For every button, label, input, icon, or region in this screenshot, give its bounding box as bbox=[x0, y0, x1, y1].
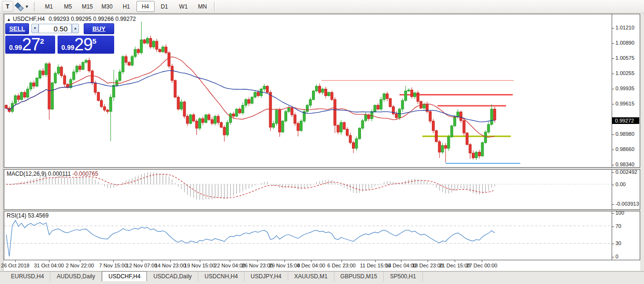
buy-button[interactable]: BUY bbox=[84, 23, 114, 34]
volume-increase-button[interactable]: ▲ bbox=[72, 24, 79, 33]
ask-price-big: 29 bbox=[74, 36, 92, 53]
time-tick-label: 7 Nov 15:00 bbox=[99, 263, 127, 268]
timeframe-button-m30[interactable]: M30 bbox=[98, 1, 116, 12]
price-tick-mark bbox=[612, 43, 614, 44]
time-tick-label: 29 Nov 15:00 bbox=[269, 263, 300, 268]
price-tick-mark bbox=[612, 134, 614, 135]
toolbar-separator bbox=[214, 2, 216, 11]
one-click-trade-widget: SELL ▼ ▲ BUY 0.99 27 2 0.99 29 5 bbox=[5, 22, 115, 55]
volume-decrease-button[interactable]: ▼ bbox=[31, 24, 39, 33]
macd-label: MACD(12,26,9) 0.000111 -0.000765 bbox=[7, 170, 98, 177]
time-tick-label: 2 Nov 22:00 bbox=[66, 263, 94, 268]
price-tick-label: 1.00890 bbox=[615, 40, 634, 46]
time-tick-label: 19 Nov 15:00 bbox=[184, 263, 215, 268]
time-tick-mark bbox=[342, 260, 342, 262]
price-tick-label: 0.99615 bbox=[615, 101, 634, 106]
macd-tick-label: -0.003913 bbox=[615, 201, 639, 207]
macd-axis[interactable]: 0.0024920.00-0.003913 bbox=[612, 170, 640, 209]
time-tick-mark bbox=[230, 260, 230, 262]
time-tick-mark bbox=[142, 260, 142, 262]
chart-tab-usdcnh-h4[interactable]: USDCNH,H4 bbox=[198, 272, 244, 282]
time-axis[interactable]: 26 Oct 201831 Oct 04:002 Nov 22:007 Nov … bbox=[4, 260, 640, 271]
rsi-panel: RSI(14) 53.4569 10070300 bbox=[4, 211, 640, 260]
macd-tick-mark bbox=[612, 204, 614, 205]
price-tick-mark bbox=[612, 150, 614, 150]
price-axis[interactable]: 1.012101.008901.005751.002550.999350.996… bbox=[612, 14, 640, 167]
chevron-down-icon: ▼ bbox=[25, 4, 29, 9]
price-tick-label: 1.00575 bbox=[615, 55, 634, 61]
rsi-tick-label: 30 bbox=[615, 240, 621, 246]
chart-tab-usdjpy-h4[interactable]: USDJPY,H4 bbox=[244, 272, 288, 282]
toolbar: T ▼ M1M5M15M30H1H4D1W1MN bbox=[0, 0, 644, 13]
toolbar-gripper bbox=[34, 2, 37, 11]
macd-value-signal: -0.000765 bbox=[72, 170, 98, 177]
text-label-tool-icon[interactable]: T bbox=[2, 1, 13, 12]
time-tick-mark bbox=[49, 260, 49, 262]
time-tick-label: 27 Dec 00:00 bbox=[466, 263, 497, 268]
macd-value-main: 0.000111 bbox=[48, 170, 71, 177]
rsi-tick-mark bbox=[612, 213, 614, 214]
rsi-canvas[interactable] bbox=[4, 211, 612, 260]
time-tick-label: 31 Oct 04:00 bbox=[34, 263, 64, 268]
sell-button[interactable]: SELL bbox=[5, 23, 29, 34]
chart-tab-xauusd-m1[interactable]: XAUUSD,M1 bbox=[288, 272, 334, 282]
chart-tab-eurusd-h4[interactable]: EURUSD,H4 bbox=[5, 272, 50, 282]
rsi-tick-mark bbox=[612, 244, 614, 244]
current-price-tag: 0.99272 bbox=[612, 117, 639, 124]
timeframe-button-h4[interactable]: H4 bbox=[137, 1, 155, 12]
time-tick-mark bbox=[284, 260, 285, 262]
bid-price-big: 27 bbox=[22, 36, 40, 53]
time-tick-label: 4 Dec 04:00 bbox=[297, 263, 325, 268]
time-tick-label: 12 Nov 07:00 bbox=[126, 263, 157, 268]
time-tick-mark bbox=[200, 260, 200, 262]
price-tick-label: 0.98980 bbox=[615, 131, 634, 137]
macd-signal-line bbox=[6, 174, 495, 198]
time-tick-label: 18 Dec 23:00 bbox=[412, 263, 443, 268]
time-tick-mark bbox=[375, 260, 376, 262]
chart-tab-audusd-daily[interactable]: AUDUSD,Daily bbox=[50, 272, 102, 282]
time-tick-label: 21 Dec 15:00 bbox=[439, 263, 470, 268]
timeframe-button-w1[interactable]: W1 bbox=[175, 1, 193, 12]
chart-tab-sp500-h1[interactable]: SP500,H1 bbox=[384, 272, 423, 282]
price-tick-mark bbox=[612, 165, 614, 165]
time-tick-mark bbox=[80, 260, 80, 262]
timeframe-group: M1M5M15M30H1H4D1W1MN bbox=[39, 1, 212, 12]
volume-input[interactable] bbox=[39, 24, 72, 33]
chart-tab-gbpusd-m15[interactable]: GBPUSD,M15 bbox=[334, 272, 384, 282]
price-chart-panel: ▲USDCHF,H40.99293 0.99295 0.99266 0.9927… bbox=[4, 14, 640, 168]
time-tick-label: 14 Nov 23:00 bbox=[155, 263, 185, 268]
chart-ohlc: 0.99293 0.99295 0.99266 0.99272 bbox=[49, 16, 136, 22]
bid-price-sup: 2 bbox=[40, 36, 44, 45]
window-edge bbox=[3, 13, 3, 271]
timeframe-button-d1[interactable]: D1 bbox=[156, 1, 174, 12]
price-tick-label: 0.98340 bbox=[615, 161, 634, 167]
time-tick-mark bbox=[455, 260, 455, 262]
macd-tick-mark bbox=[612, 172, 614, 173]
rsi-value: 53.4569 bbox=[28, 212, 49, 219]
chart-tab-usdcad-daily[interactable]: USDCAD,Daily bbox=[147, 272, 198, 282]
timeframe-button-mn[interactable]: MN bbox=[194, 1, 212, 12]
ask-price-sup: 5 bbox=[92, 36, 96, 45]
chart-symbol: USDCHF,H4 bbox=[13, 16, 45, 22]
time-tick-label: 22 Nov 04:00 bbox=[214, 263, 245, 268]
time-tick-mark bbox=[257, 260, 258, 262]
bid-price-box[interactable]: 0.99 27 2 bbox=[5, 36, 55, 54]
timeframe-button-m1[interactable]: M1 bbox=[40, 1, 58, 12]
price-tick-label: 0.98660 bbox=[615, 146, 634, 152]
rsi-axis[interactable]: 10070300 bbox=[612, 211, 640, 260]
time-tick-label: 6 Dec 23:00 bbox=[327, 263, 355, 268]
time-tick-label: 26 Nov 23:00 bbox=[242, 263, 273, 268]
timeframe-button-h1[interactable]: H1 bbox=[117, 1, 136, 12]
rsi-tick-label: 0 bbox=[615, 254, 618, 259]
objects-dropdown-button[interactable]: ▼ bbox=[14, 1, 29, 12]
rsi-tick-label: 100 bbox=[615, 210, 624, 216]
ask-price-box[interactable]: 0.99 29 5 bbox=[58, 36, 114, 54]
chart-tab-usdchf-h4[interactable]: USDCHF,H4 bbox=[102, 271, 147, 282]
macd-panel: MACD(12,26,9) 0.000111 -0.000765 0.00249… bbox=[4, 169, 640, 210]
rsi-label: RSI(14) 53.4569 bbox=[7, 212, 49, 219]
price-tick-mark bbox=[612, 58, 614, 59]
timeframe-button-m15[interactable]: M15 bbox=[78, 1, 97, 12]
timeframe-button-m5[interactable]: M5 bbox=[59, 1, 77, 12]
rsi-tick-label: 70 bbox=[615, 223, 621, 229]
ask-price-prefix: 0.99 bbox=[61, 44, 74, 54]
